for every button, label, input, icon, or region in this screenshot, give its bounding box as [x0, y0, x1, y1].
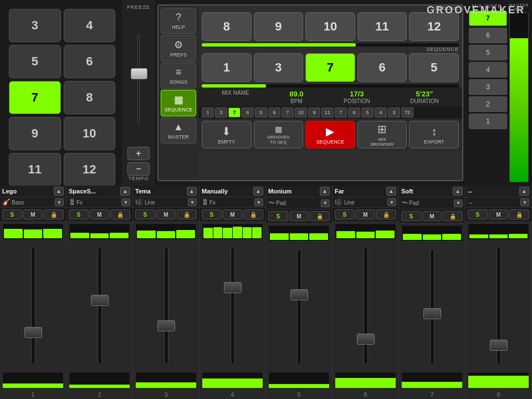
- ch3-up-arrow[interactable]: ▲: [187, 187, 197, 196]
- ch7-lock[interactable]: 🔒: [443, 211, 463, 221]
- ch5-solo[interactable]: S: [268, 211, 288, 221]
- ch6-fader[interactable]: [357, 334, 375, 345]
- mix-btn-1[interactable]: 1: [469, 114, 507, 129]
- groove-pad-11[interactable]: 11: [9, 153, 61, 186]
- seq-btn-6[interactable]: 6: [357, 53, 407, 82]
- seq-num-3[interactable]: 3: [215, 108, 227, 117]
- ch7-solo[interactable]: S: [401, 211, 421, 221]
- mix-btn-3[interactable]: 3: [469, 79, 507, 95]
- songs-button[interactable]: ≡ SONGS: [161, 63, 196, 89]
- seq-num-3b[interactable]: 3: [388, 108, 400, 117]
- ch8-mute[interactable]: M: [489, 209, 509, 219]
- ch5-up-arrow[interactable]: ▲: [320, 187, 330, 196]
- ch7-down-arrow[interactable]: ▼: [454, 200, 463, 207]
- master-button[interactable]: ▲ MASTER: [161, 117, 196, 144]
- seq-num-7c[interactable]: 7: [335, 108, 347, 117]
- groove-pad-3[interactable]: 3: [9, 9, 61, 42]
- ch3-solo[interactable]: S: [135, 209, 155, 219]
- seq-num-4[interactable]: 4: [375, 108, 387, 117]
- groove-grid-12[interactable]: 12: [409, 12, 459, 41]
- mix-btn-4[interactable]: 4: [469, 62, 507, 78]
- tempo-handle[interactable]: [131, 68, 147, 79]
- seq-btn-5[interactable]: 5: [409, 53, 459, 82]
- groove-pad-8[interactable]: 8: [64, 81, 116, 114]
- ch1-fader[interactable]: [24, 327, 42, 338]
- groove-pad-9[interactable]: 9: [9, 117, 61, 150]
- groove-pad-7[interactable]: 7: [9, 81, 61, 114]
- mix-btn-6[interactable]: 6: [469, 28, 507, 43]
- ch4-fader[interactable]: [224, 282, 242, 293]
- ch1-lock[interactable]: 🔒: [44, 209, 64, 219]
- seq-num-11[interactable]: 11: [321, 108, 334, 117]
- ch7-fader[interactable]: [423, 308, 441, 319]
- ch2-fader[interactable]: [91, 295, 109, 306]
- mix-btn-5[interactable]: 5: [469, 45, 507, 60]
- ch2-mute[interactable]: M: [90, 209, 110, 219]
- ch1-mute[interactable]: M: [23, 209, 43, 219]
- ch7-mute[interactable]: M: [422, 211, 442, 221]
- ch4-lock[interactable]: 🔒: [243, 209, 263, 219]
- empty-button[interactable]: ⬇ EMPTY: [202, 121, 252, 149]
- grooves-to-seq-button[interactable]: ▦ GROOVESTO SEQ: [254, 121, 304, 149]
- tempo-plus-button[interactable]: +: [127, 147, 150, 160]
- groove-grid-10[interactable]: 10: [305, 12, 355, 41]
- ch8-solo[interactable]: S: [468, 209, 488, 219]
- ch2-solo[interactable]: S: [69, 209, 89, 219]
- ch6-up-arrow[interactable]: ▲: [386, 187, 396, 196]
- ch4-up-arrow[interactable]: ▲: [253, 187, 263, 196]
- mix-btn-2[interactable]: 2: [469, 96, 507, 112]
- groove-pad-5[interactable]: 5: [9, 45, 61, 78]
- ch2-down-arrow[interactable]: ▼: [121, 198, 130, 206]
- ch8-down-arrow[interactable]: ▼: [520, 198, 529, 206]
- ch4-solo[interactable]: S: [202, 209, 222, 219]
- seq-btn-3[interactable]: 3: [254, 53, 304, 82]
- ch3-mute[interactable]: M: [156, 209, 176, 219]
- sequence-button[interactable]: ▦ SEQUENCE: [161, 90, 196, 116]
- groove-grid-9[interactable]: 9: [254, 12, 304, 41]
- seq-num-5b[interactable]: 5: [361, 108, 374, 117]
- ch5-fader[interactable]: [290, 289, 308, 300]
- groove-pad-6[interactable]: 6: [64, 45, 116, 78]
- export-button[interactable]: ↕ EXPORT: [409, 121, 459, 149]
- seq-num-7b[interactable]: 7: [282, 108, 294, 117]
- seq-num-72[interactable]: 72: [401, 108, 413, 117]
- seq-num-5[interactable]: 5: [255, 108, 267, 117]
- seq-num-6a[interactable]: 6: [242, 108, 254, 117]
- ch1-up-arrow[interactable]: ▲: [54, 187, 64, 196]
- seq-num-6c[interactable]: 6: [348, 108, 360, 117]
- seq-btn-7[interactable]: 7: [305, 53, 355, 82]
- ch3-lock[interactable]: 🔒: [177, 209, 197, 219]
- ch3-fader[interactable]: [157, 320, 175, 331]
- play-button[interactable]: ▶ SEQUENCE: [305, 121, 355, 149]
- ch1-down-arrow[interactable]: ▼: [55, 198, 64, 206]
- groove-pad-4[interactable]: 4: [64, 9, 116, 42]
- help-button[interactable]: ? HELP: [161, 8, 196, 34]
- seq-btn-1[interactable]: 1: [202, 53, 252, 82]
- ch5-mute[interactable]: M: [289, 211, 309, 221]
- groove-pad-10[interactable]: 10: [64, 117, 116, 150]
- ch4-mute[interactable]: M: [223, 209, 243, 219]
- seq-num-10[interactable]: 10: [295, 108, 307, 117]
- seq-num-9[interactable]: 9: [308, 108, 320, 117]
- ch6-lock[interactable]: 🔒: [376, 209, 396, 219]
- ch3-down-arrow[interactable]: ▼: [188, 198, 197, 206]
- groove-pad-12[interactable]: 12: [64, 153, 116, 186]
- seq-num-6b[interactable]: 6: [268, 108, 280, 117]
- ch6-solo[interactable]: S: [335, 209, 355, 219]
- ch6-mute[interactable]: M: [356, 209, 376, 219]
- ch8-fader[interactable]: [490, 340, 508, 351]
- ch5-lock[interactable]: 🔒: [310, 211, 330, 221]
- mix-browser-button[interactable]: ⊞ MIXBROWSER: [357, 121, 407, 149]
- tempo-minus-button[interactable]: −: [127, 162, 150, 176]
- ch4-down-arrow[interactable]: ▼: [254, 198, 263, 206]
- groove-grid-11[interactable]: 11: [357, 12, 407, 41]
- ch8-up-arrow[interactable]: ▲: [519, 187, 529, 196]
- prefs-button[interactable]: ⚙ PREFS: [161, 35, 196, 62]
- ch5-down-arrow[interactable]: ▼: [321, 200, 330, 207]
- ch6-down-arrow[interactable]: ▼: [387, 198, 396, 206]
- ch8-lock[interactable]: 🔒: [509, 209, 529, 219]
- seq-num-7[interactable]: 7: [228, 108, 241, 117]
- ch7-up-arrow[interactable]: ▲: [453, 187, 463, 196]
- seq-num-1[interactable]: 1: [202, 108, 214, 117]
- ch2-up-arrow[interactable]: ▲: [120, 187, 130, 196]
